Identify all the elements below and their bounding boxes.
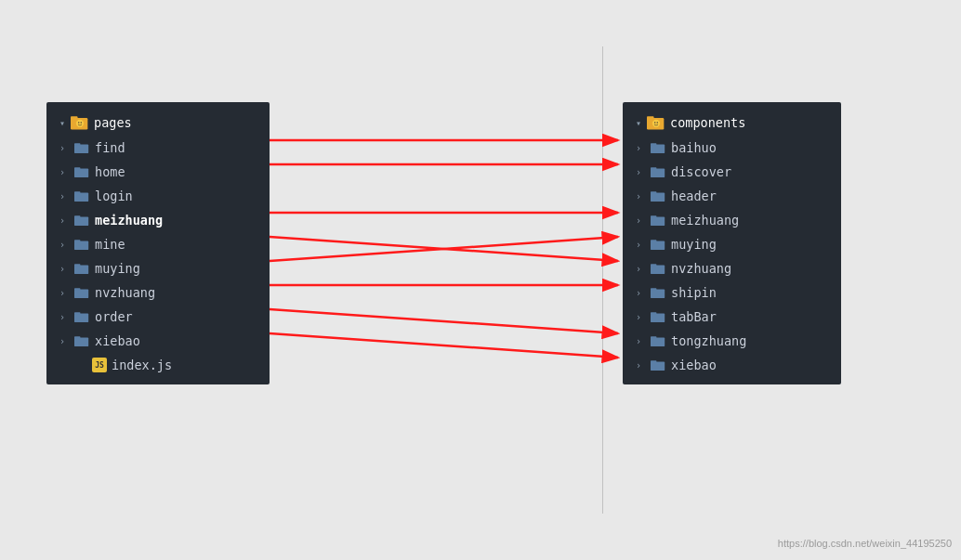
right-panel: ▾ components › baihuo › discover › head [623, 102, 841, 384]
nvzhuang-label: nvzhuang [95, 285, 155, 300]
indexjs-label: index.js [112, 358, 172, 372]
left-panel: ▾ pages › find › home › log [46, 102, 270, 384]
comp-tabbar-label: tabBar [671, 309, 717, 324]
comp-meizhuang-label: meizhuang [671, 213, 739, 228]
components-folder-icon [647, 114, 665, 131]
meizhuang-label: meizhuang [95, 213, 163, 228]
comp-meizhuang-icon [650, 214, 666, 227]
svg-point-25 [652, 120, 660, 127]
watermark: https://blog.csdn.net/weixin_44195250 [778, 538, 952, 549]
svg-rect-37 [651, 240, 656, 241]
meizhuang-icon [73, 214, 90, 227]
arrow-mine-nvzhuang [270, 237, 618, 261]
folder-meizhuang[interactable]: › meizhuang [46, 208, 270, 232]
comp-folder-meizhuang[interactable]: › meizhuang [623, 208, 841, 232]
svg-point-26 [654, 122, 655, 123]
svg-rect-29 [651, 143, 656, 145]
file-indexjs[interactable]: JS index.js [46, 353, 270, 377]
arrow-muying-muying [270, 237, 618, 261]
comp-folder-baihuo[interactable]: › baihuo [623, 136, 841, 160]
comp-folder-discover[interactable]: › discover [623, 160, 841, 184]
arrow-order-tongzhuang [270, 309, 618, 333]
folder-login[interactable]: › login [46, 184, 270, 208]
comp-folder-xiebao[interactable]: › xiebao [623, 353, 841, 377]
discover-icon [650, 165, 666, 178]
order-label: order [95, 309, 133, 324]
components-root-label: components [670, 115, 745, 130]
svg-rect-18 [74, 288, 80, 290]
comp-folder-tongzhuang[interactable]: › tongzhuang [623, 329, 841, 353]
folder-order[interactable]: › order [46, 305, 270, 329]
js-file-icon: JS [92, 358, 107, 372]
comp-shipin-icon [650, 286, 666, 299]
svg-point-2 [76, 120, 84, 127]
pages-chevron: ▾ [56, 116, 69, 129]
header-label: header [671, 189, 717, 203]
svg-rect-40 [651, 289, 665, 298]
svg-rect-6 [74, 143, 80, 145]
svg-rect-34 [651, 216, 665, 226]
svg-rect-46 [651, 361, 665, 371]
pages-root-row[interactable]: ▾ pages [46, 110, 270, 136]
meizhuang-chevron: › [56, 214, 69, 227]
order-icon [73, 310, 90, 323]
svg-rect-1 [71, 116, 78, 119]
svg-rect-8 [74, 167, 80, 169]
nvzhuang-icon [73, 286, 90, 299]
svg-rect-22 [74, 336, 80, 338]
vertical-divider [602, 46, 603, 514]
svg-rect-9 [74, 192, 88, 202]
components-root-row[interactable]: ▾ components [623, 110, 841, 136]
svg-rect-47 [651, 360, 656, 362]
baihuo-icon [650, 141, 666, 154]
folder-xiebao[interactable]: › xiebao [46, 329, 270, 353]
svg-rect-15 [74, 265, 88, 274]
svg-rect-35 [651, 215, 656, 217]
comp-nvzhuang-label: nvzhuang [671, 261, 731, 276]
discover-label: discover [671, 164, 731, 179]
muying-icon [73, 262, 90, 275]
svg-rect-44 [651, 337, 665, 346]
comp-folder-header[interactable]: › header [623, 184, 841, 208]
folder-mine[interactable]: › mine [46, 232, 270, 256]
find-icon [73, 141, 90, 154]
comp-muying-icon [650, 238, 666, 251]
home-label: home [95, 164, 125, 179]
xiebao-label: xiebao [95, 333, 140, 348]
folder-muying[interactable]: › muying [46, 256, 270, 280]
login-icon [73, 189, 90, 202]
login-chevron: › [56, 189, 69, 202]
login-label: login [95, 189, 133, 203]
comp-folder-shipin[interactable]: › shipin [623, 280, 841, 305]
comp-xiebao-label: xiebao [671, 358, 717, 372]
comp-xiebao-icon [650, 358, 666, 371]
svg-rect-19 [74, 313, 88, 322]
comp-folder-tabbar[interactable]: › tabBar [623, 305, 841, 329]
svg-rect-42 [651, 313, 665, 322]
svg-rect-5 [74, 144, 88, 153]
svg-rect-20 [74, 312, 80, 314]
svg-rect-43 [651, 312, 656, 314]
svg-point-4 [81, 122, 82, 123]
folder-nvzhuang[interactable]: › nvzhuang [46, 280, 270, 305]
folder-find[interactable]: › find [46, 136, 270, 160]
svg-rect-36 [651, 241, 665, 250]
nvzhuang-chevron: › [56, 286, 69, 299]
xiebao-icon [73, 334, 90, 347]
comp-nvzhuang-icon [650, 262, 666, 275]
svg-rect-11 [74, 216, 88, 226]
comp-folder-nvzhuang[interactable]: › nvzhuang [623, 256, 841, 280]
muying-chevron: › [56, 262, 69, 275]
mine-icon [73, 238, 90, 251]
folder-home[interactable]: › home [46, 160, 270, 184]
svg-rect-31 [651, 167, 656, 169]
svg-rect-33 [651, 191, 656, 193]
comp-folder-muying[interactable]: › muying [623, 232, 841, 256]
header-icon [650, 189, 666, 202]
svg-rect-16 [74, 264, 80, 266]
svg-rect-41 [651, 288, 656, 290]
svg-rect-12 [74, 215, 80, 217]
svg-rect-28 [651, 144, 665, 153]
svg-rect-24 [647, 116, 654, 119]
comp-muying-label: muying [671, 237, 717, 252]
